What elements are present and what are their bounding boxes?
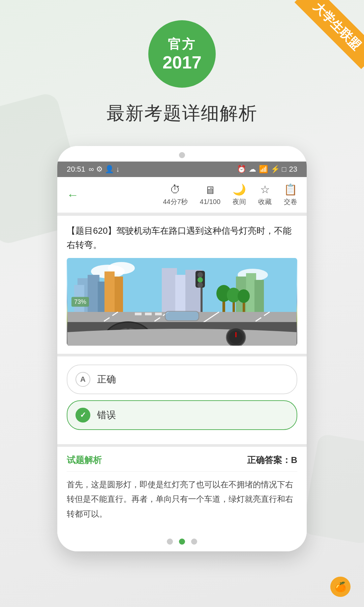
svg-point-26 [238, 289, 250, 303]
status-time: 20:51 [67, 165, 85, 174]
svg-point-19 [198, 277, 203, 283]
analysis-header: 试题解析 正确答案：B [67, 454, 297, 466]
logo-icon: 🍊 [330, 577, 351, 597]
night-tool[interactable]: 🌙 夜间 [233, 183, 246, 206]
logo-emoji: 🍊 [335, 581, 346, 592]
timer-tool: ⏱ 44分7秒 [163, 183, 187, 206]
svg-point-20 [198, 282, 203, 288]
badge-top-text: 官方 [168, 36, 196, 53]
alarm-icon: ⏰ [237, 165, 246, 174]
analysis-divider [67, 471, 297, 472]
answer-label-a: A [75, 372, 90, 387]
question-id: 【题目620】 [67, 226, 116, 236]
svg-rect-32 [135, 313, 142, 315]
svg-rect-8 [104, 271, 115, 312]
svg-rect-40 [165, 311, 199, 321]
moon-icon: 🌙 [233, 183, 246, 196]
svg-rect-10 [162, 268, 177, 312]
timer-icon: ⏱ [170, 183, 181, 196]
analysis-title: 试题解析 [67, 454, 102, 466]
progress-label: 73% [71, 297, 89, 307]
svg-rect-9 [115, 277, 123, 312]
status-icons-left: ∞ ⚙ 👤 ↓ [89, 165, 120, 174]
submit-tool[interactable]: 📋 交卷 [284, 183, 297, 206]
app-header: ← ⏱ 44分7秒 🖥 41/100 🌙 夜间 ☆ 收藏 [57, 177, 307, 213]
badge-year-text: 2017 [162, 53, 202, 72]
status-right: ⏰ ☁ 📶 ⚡ □ 23 [237, 165, 297, 174]
corner-banner: 大学生联盟 [276, 0, 364, 88]
submit-label: 交卷 [284, 197, 297, 206]
analysis-area: 试题解析 正确答案：B 首先，这是圆形灯，即使是红灯亮了也可以在不拥堵的情况下右… [57, 447, 307, 528]
progress-tool: 🖥 41/100 [200, 184, 220, 206]
svg-rect-6 [88, 275, 99, 312]
timer-value: 44分7秒 [163, 197, 187, 206]
corner-banner-text: 大学生联盟 [295, 0, 364, 69]
question-area: 【题目620】驾驶机动车在路口遇到这种信号灯亮时，不能右转弯。 [57, 216, 307, 354]
pagination-dot-1[interactable] [167, 539, 173, 545]
status-bar: 20:51 ∞ ⚙ 👤 ↓ ⏰ ☁ 📶 ⚡ □ 23 [57, 162, 307, 177]
submit-icon: 📋 [284, 183, 297, 196]
answer-text-a: 正确 [97, 373, 116, 386]
pagination-dot-3[interactable] [191, 539, 197, 545]
content-divider-top [57, 213, 307, 216]
svg-rect-33 [145, 313, 152, 315]
battery-level: 23 [289, 165, 297, 174]
monitor-icon: 🖥 [205, 184, 215, 197]
svg-point-18 [198, 272, 203, 278]
page-subtitle: 最新考题详细解析 [107, 101, 257, 126]
answer-text-b: 错误 [97, 409, 116, 422]
favorite-label: 收藏 [258, 197, 272, 206]
content-divider-mid [57, 354, 307, 356]
question-image: 73% [67, 258, 297, 346]
header-tools: ⏱ 44分7秒 🖥 41/100 🌙 夜间 ☆ 收藏 📋 交卷 [163, 183, 297, 206]
star-icon: ☆ [260, 183, 270, 196]
status-left: 20:51 ∞ ⚙ 👤 ↓ [67, 165, 120, 174]
back-button[interactable]: ← [67, 188, 79, 202]
answer-label-b: ✓ [75, 408, 90, 423]
signal-icon: 📶 [259, 165, 268, 174]
wifi-icon: ☁ [249, 165, 256, 174]
phone-top-bar [57, 146, 307, 162]
analysis-text: 首先，这是圆形灯，即使是红灯亮了也可以在不拥堵的情况下右转但是不能直行。再者，单… [67, 477, 297, 521]
answers-area: A 正确 ✓ 错误 [57, 356, 307, 444]
progress-value: 41/100 [200, 198, 220, 206]
analysis-correct-answer: 正确答案：B [247, 454, 297, 466]
answer-item-a[interactable]: A 正确 [67, 365, 297, 394]
bottom-logo: 🍊 [330, 577, 351, 597]
phone-notch [179, 152, 185, 158]
pagination-dots [57, 528, 307, 551]
svg-rect-11 [175, 275, 187, 312]
content-divider-bottom [57, 444, 307, 447]
pagination-dot-2[interactable] [179, 539, 185, 545]
question-text: 【题目620】驾驶机动车在路口遇到这种信号灯亮时，不能右转弯。 [67, 224, 297, 252]
night-label: 夜间 [233, 197, 246, 206]
phone-mockup: 20:51 ∞ ⚙ 👤 ↓ ⏰ ☁ 📶 ⚡ □ 23 ← ⏱ 44分7秒 🖥 [57, 146, 307, 551]
answer-item-b[interactable]: ✓ 错误 [67, 400, 297, 430]
svg-rect-34 [155, 313, 162, 315]
battery-icon: ⚡ □ [271, 165, 286, 174]
svg-rect-15 [254, 280, 264, 312]
badge-circle: 官方 2017 [148, 20, 216, 88]
favorite-tool[interactable]: ☆ 收藏 [258, 183, 272, 206]
